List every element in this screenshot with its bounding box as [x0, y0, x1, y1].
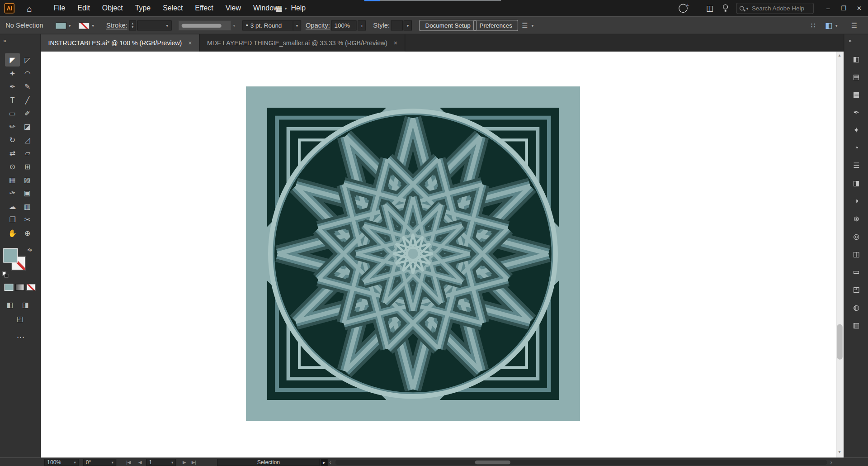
panel-gradient-icon[interactable]: ◨	[844, 174, 868, 192]
eyedropper-tool[interactable]: ✑	[5, 186, 20, 200]
opacity-label[interactable]: Opacity:	[306, 22, 330, 29]
slice-tool[interactable]: ✂	[20, 213, 35, 226]
opacity-flyout[interactable]: ›	[358, 20, 366, 30]
chevron-down-icon[interactable]: ▾	[166, 23, 168, 28]
zoom-level-combo[interactable]: 100% ▾	[44, 459, 79, 466]
menu-item[interactable]: Select	[157, 0, 189, 17]
chevron-down-icon[interactable]: ▾	[532, 23, 534, 28]
canvas-area[interactable]	[41, 52, 836, 458]
menu-item[interactable]: View	[219, 0, 247, 17]
chevron-down-icon[interactable]: ▾	[69, 23, 71, 28]
draw-behind-mode-icon[interactable]: ◨	[22, 300, 29, 309]
style-combo[interactable]	[391, 20, 403, 30]
stroke-width-stepper[interactable]: ▴ ▾	[129, 20, 136, 30]
panel-properties-icon[interactable]: ◧	[844, 50, 868, 67]
perspective-grid-tool[interactable]: ⊞	[20, 160, 35, 173]
style-dropdown[interactable]: ▾	[404, 20, 412, 30]
horizontal-scrollbar[interactable]	[335, 460, 827, 465]
vertical-scrollbar[interactable]	[836, 52, 844, 458]
panel-stroke-icon[interactable]: ☰	[844, 156, 868, 174]
document-tab[interactable]: INSTRUCTABLES.ai* @ 100 % (RGB/Preview) …	[41, 34, 200, 52]
paragraph-options-icon[interactable]: ☰	[519, 17, 530, 34]
chevron-down-icon[interactable]: ▾	[92, 23, 94, 28]
panel-brushes-icon[interactable]: ✒	[844, 103, 868, 121]
status-flyout[interactable]: ▶	[321, 459, 328, 466]
scroll-left-icon[interactable]: ‹	[330, 459, 331, 466]
fill-indicator-swatch[interactable]	[3, 248, 18, 263]
color-mode-button[interactable]	[5, 284, 14, 291]
hand-tool[interactable]: ✋	[5, 226, 20, 239]
chevron-down-icon[interactable]: ▾	[233, 23, 236, 28]
eraser-tool[interactable]: ◪	[20, 120, 35, 133]
free-transform-tool[interactable]: ▱	[20, 146, 35, 159]
none-mode-button[interactable]	[27, 284, 36, 291]
chevron-down-icon[interactable]: ▾	[835, 23, 838, 28]
panel-artboards-icon[interactable]: ▭	[844, 263, 868, 281]
panel-pathfinder-icon[interactable]: ⊕	[844, 209, 868, 227]
stepper-up-icon[interactable]: ▴	[132, 22, 133, 26]
menu-item[interactable]: Object	[96, 0, 129, 17]
panel-transparency-icon[interactable]: ◑	[844, 192, 868, 209]
pencil-tool[interactable]: ✏	[5, 120, 20, 133]
toolbar-collapse-icon[interactable]: «	[3, 38, 6, 43]
workspace-layout-icon[interactable]: ◧	[823, 17, 835, 34]
stroke-label[interactable]: Stroke:	[106, 22, 127, 29]
opacity-combo[interactable]: 100%	[331, 20, 356, 30]
menu-item[interactable]: Effect	[189, 0, 219, 17]
line-segment-tool[interactable]: ╱	[20, 93, 35, 106]
panel-color-icon[interactable]: ◔	[844, 138, 868, 156]
preferences-button[interactable]: Preferences	[473, 20, 519, 31]
direct-selection-tool[interactable]: ◸	[20, 53, 35, 67]
menu-item[interactable]: Edit	[71, 0, 96, 17]
column-graph-tool[interactable]: ▥	[20, 200, 35, 213]
artboard-tool[interactable]: ❐	[5, 213, 20, 226]
panel-toggle-icon[interactable]: ◫	[703, 0, 716, 17]
paintbrush-tool[interactable]: ✐	[20, 106, 35, 119]
selection-tool[interactable]: ◤	[5, 53, 20, 67]
close-icon[interactable]: ✕	[188, 40, 192, 46]
panel-asset-export-icon[interactable]: ◰	[844, 281, 868, 298]
workspace-switcher[interactable]: ▦ ▾	[275, 0, 287, 17]
screen-mode-icon[interactable]: ◰	[17, 315, 24, 323]
brush-preset-combo[interactable]: • 3 pt. Round	[242, 20, 293, 30]
gradient-mode-button[interactable]	[15, 284, 24, 291]
brush-definition-combo[interactable]	[178, 20, 231, 30]
rotation-combo[interactable]: 0° ▾	[83, 459, 116, 466]
arrange-documents-icon[interactable]: ∷	[807, 17, 819, 34]
restore-button[interactable]: ❐	[836, 0, 851, 17]
panel-align-icon[interactable]: ◎	[844, 227, 868, 245]
help-search-box[interactable]: ▾	[736, 3, 814, 14]
artboard-artwork[interactable]	[246, 86, 580, 421]
home-icon[interactable]: ⌂	[22, 0, 37, 17]
scroll-up-icon[interactable]: ▲	[838, 53, 841, 57]
document-setup-button[interactable]: Document Setup	[419, 20, 476, 31]
previous-artboard-icon[interactable]: ◀	[138, 459, 142, 466]
artboard-number-combo[interactable]: 1 ▾	[146, 459, 176, 466]
stroke-color-swatch[interactable]	[79, 22, 90, 29]
last-artboard-icon[interactable]: ▶|	[192, 459, 196, 466]
blend-tool[interactable]: ▣	[20, 186, 35, 200]
control-bar-menu-icon[interactable]: ☰	[848, 17, 860, 34]
menu-item[interactable]: File	[47, 0, 71, 17]
close-button[interactable]: ✕	[851, 0, 867, 17]
panel-layers-icon[interactable]: ◫	[844, 245, 868, 262]
scroll-down-icon[interactable]: ▼	[838, 450, 841, 454]
pen-tool[interactable]: ✒	[5, 80, 20, 93]
brush-preset-dropdown[interactable]: ▾	[293, 20, 301, 30]
discover-lightbulb-icon[interactable]	[723, 5, 728, 10]
menu-item[interactable]: Type	[129, 0, 156, 17]
curvature-tool[interactable]: ✎	[20, 80, 35, 93]
fill-color-swatch[interactable]	[55, 22, 66, 29]
document-tab[interactable]: MDF LAYERED THINGIE_smaller.ai @ 33.33 %…	[200, 34, 406, 52]
minimize-button[interactable]: –	[821, 0, 836, 17]
scroll-right-icon[interactable]: ›	[830, 459, 832, 466]
panel-libraries-icon[interactable]: ▤	[844, 67, 868, 85]
lasso-tool[interactable]: ◠	[20, 67, 35, 80]
mesh-tool[interactable]: ▦	[5, 173, 20, 186]
width-tool[interactable]: ⇄	[5, 146, 20, 159]
type-tool[interactable]: T	[5, 93, 20, 106]
magic-wand-tool[interactable]: ✦	[5, 67, 20, 80]
horizontal-scroll-thumb[interactable]	[475, 461, 510, 465]
symbol-sprayer-tool[interactable]: ☁	[5, 200, 20, 213]
scale-tool[interactable]: ◿	[20, 133, 35, 146]
